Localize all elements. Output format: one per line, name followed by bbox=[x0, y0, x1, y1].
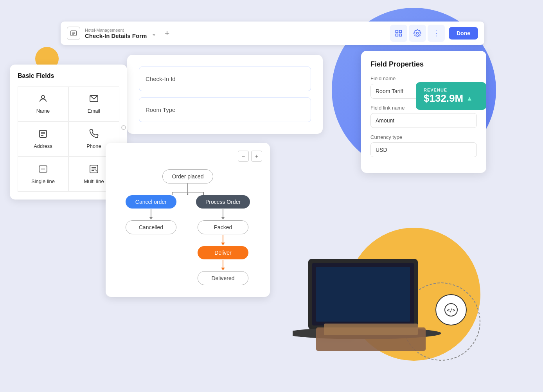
field-properties-panel: Field Properties Field name Field link n… bbox=[361, 51, 486, 173]
revenue-trend-icon: ▲ bbox=[466, 95, 473, 102]
flow-node-delivered[interactable]: Delivered bbox=[198, 271, 248, 285]
svg-line-22 bbox=[95, 170, 97, 171]
toolbar-diagram-btn[interactable] bbox=[390, 25, 407, 42]
svg-rect-36 bbox=[316, 267, 410, 322]
laptop-area bbox=[293, 251, 457, 369]
flow-node-deliver[interactable]: Deliver bbox=[198, 246, 248, 259]
field-phone-label: Phone bbox=[86, 143, 101, 149]
flow-arrow-process bbox=[223, 209, 223, 217]
toolbar-title-block: Hotel-Managemeent Check-In Details Form bbox=[85, 28, 147, 39]
svg-rect-39 bbox=[324, 324, 418, 335]
fp-title: Field Properties bbox=[370, 60, 477, 68]
phone-icon bbox=[89, 129, 99, 141]
svg-rect-5 bbox=[399, 31, 402, 33]
svg-point-9 bbox=[41, 95, 45, 99]
toolbar-done-button[interactable]: Done bbox=[449, 27, 478, 40]
fp-field-link-input[interactable] bbox=[370, 113, 477, 128]
form-field-room-type-label: Room Type bbox=[146, 106, 175, 113]
form-field-checkin-id: Check-In Id bbox=[139, 67, 311, 91]
toolbar-form-title: Check-In Details Form bbox=[85, 32, 147, 39]
field-item-singleline[interactable]: Single line bbox=[18, 157, 68, 192]
field-item-name[interactable]: Name bbox=[18, 86, 68, 121]
fp-currency-label: Currency type bbox=[370, 134, 477, 140]
basic-fields-title: Basic Fields bbox=[18, 72, 119, 79]
address-icon bbox=[38, 129, 48, 141]
toolbar-right: ⋮ Done bbox=[390, 25, 478, 42]
flow-node-packed[interactable]: Packed bbox=[198, 220, 248, 234]
revenue-label: REVENUE bbox=[424, 88, 478, 92]
connector-dot bbox=[121, 125, 126, 130]
flow-minus-btn[interactable]: − bbox=[238, 151, 249, 162]
toolbar-app-name: Hotel-Managemeent bbox=[85, 28, 147, 32]
svg-text:</>: </> bbox=[447, 307, 455, 313]
fields-grid: Name Email Address bbox=[18, 86, 119, 192]
flow-node-cancelled[interactable]: Cancelled bbox=[126, 220, 176, 234]
field-singleline-label: Single line bbox=[31, 178, 55, 184]
flow-arrow-packed bbox=[223, 235, 223, 243]
laptop-svg bbox=[293, 251, 457, 369]
checkin-form: Check-In Id Room Type bbox=[127, 55, 323, 134]
flow-plus-btn[interactable]: + bbox=[251, 151, 262, 162]
svg-rect-4 bbox=[396, 31, 398, 33]
field-email-label: Email bbox=[88, 108, 101, 114]
svg-point-8 bbox=[417, 32, 419, 34]
email-icon bbox=[89, 94, 99, 106]
flow-right-branch: Process Order Packed Deliver Delivered bbox=[196, 195, 250, 285]
multiline-icon bbox=[89, 164, 99, 176]
flow-panel-header: − + bbox=[113, 151, 262, 162]
field-address-label: Address bbox=[34, 143, 52, 149]
field-name-label: Name bbox=[36, 108, 50, 114]
person-icon bbox=[38, 94, 48, 106]
flow-node-cancel[interactable]: Cancel order bbox=[126, 195, 176, 209]
revenue-amount: $132.9M bbox=[424, 92, 463, 104]
toolbar-chevron-icon[interactable]: ⌄ bbox=[151, 30, 156, 37]
flow-branch-row: Cancel order Cancelled Process Order Pac… bbox=[113, 195, 262, 285]
fp-field-name-label: Field name bbox=[370, 76, 477, 81]
field-item-address[interactable]: Address bbox=[18, 122, 68, 156]
form-field-checkin-id-label: Check-In Id bbox=[146, 76, 176, 82]
code-icon: </> bbox=[444, 303, 458, 317]
revenue-value: $132.9M ▲ bbox=[424, 92, 478, 104]
revenue-badge: REVENUE $132.9M ▲ bbox=[416, 82, 486, 110]
svg-rect-7 bbox=[399, 34, 402, 36]
flow-node-order-placed[interactable]: Order placed bbox=[162, 169, 214, 183]
toolbar: Hotel-Managemeent Check-In Details Form … bbox=[61, 22, 484, 45]
flow-arrow-cancel bbox=[151, 209, 151, 217]
code-circle: </> bbox=[435, 294, 467, 325]
svg-rect-6 bbox=[396, 34, 398, 36]
form-field-room-type: Room Type bbox=[139, 97, 311, 122]
field-item-email[interactable]: Email bbox=[68, 86, 119, 121]
flow-branch-svg bbox=[156, 183, 219, 195]
flow-left-branch: Cancel order Cancelled bbox=[126, 195, 176, 234]
toolbar-form-icon bbox=[67, 27, 80, 40]
flow-panel: − + Order placed Cancel o bbox=[106, 143, 270, 297]
toolbar-left: Hotel-Managemeent Check-In Details Form … bbox=[67, 27, 390, 40]
toolbar-settings-btn[interactable] bbox=[409, 25, 426, 42]
flow-arrow-deliver bbox=[223, 260, 223, 268]
flow-top-section: Order placed bbox=[113, 169, 262, 195]
fp-currency-input[interactable] bbox=[370, 142, 477, 157]
flow-diagram: Order placed Cancel order Cancelle bbox=[113, 165, 262, 289]
field-multiline-label: Multi line bbox=[84, 178, 104, 184]
toolbar-plus-icon[interactable]: + bbox=[164, 28, 169, 38]
singleline-icon bbox=[38, 164, 48, 176]
toolbar-more-btn[interactable]: ⋮ bbox=[428, 25, 445, 42]
flow-node-process[interactable]: Process Order bbox=[196, 195, 250, 209]
